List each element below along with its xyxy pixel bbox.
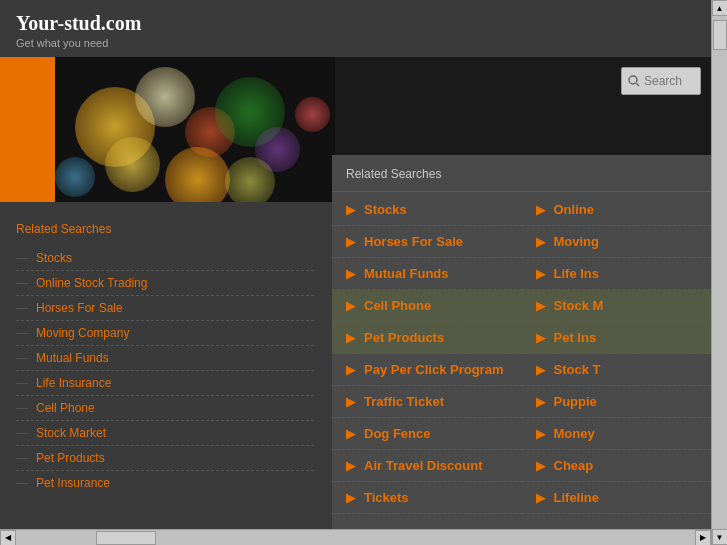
overlay-link[interactable]: Pet Products — [364, 330, 444, 345]
overlay-arrow-icon: ▶ — [346, 490, 356, 505]
arrow-icon: — — [16, 351, 28, 365]
overlay-arrow-icon: ▶ — [346, 298, 356, 313]
overlay-link[interactable]: Lifeline — [554, 490, 600, 505]
search-link[interactable]: Pet Products — [36, 451, 105, 465]
overlay-right-item[interactable]: ▶Stock T — [522, 354, 712, 386]
search-link[interactable]: Online Stock Trading — [36, 276, 147, 290]
overlay-link[interactable]: Cheap — [554, 458, 594, 473]
overlay-link[interactable]: Tickets — [364, 490, 409, 505]
overlay-link[interactable]: Online — [554, 202, 594, 217]
search-icon — [628, 75, 640, 87]
overlay-right-item[interactable]: ▶Stock M — [522, 290, 712, 322]
left-search-item[interactable]: —Cell Phone — [16, 396, 314, 421]
left-search-item[interactable]: —Online Stock Trading — [16, 271, 314, 296]
banner-search-box[interactable] — [621, 67, 701, 95]
search-link[interactable]: Cell Phone — [36, 401, 95, 415]
overlay-left-item[interactable]: ▶Pet Products — [332, 322, 522, 354]
overlay-link[interactable]: Moving — [554, 234, 600, 249]
overlay-left-item[interactable]: ▶Tickets — [332, 482, 522, 514]
overlay-link[interactable]: Stock T — [554, 362, 601, 377]
overlay-title: Related Searches — [332, 167, 711, 192]
left-search-item[interactable]: —Pet Products — [16, 446, 314, 471]
scrollbar-vertical[interactable]: ▲ ▼ — [711, 0, 727, 545]
header: Your-stud.com Get what you need — [0, 0, 711, 57]
overlay-link[interactable]: Pet Ins — [554, 330, 597, 345]
left-search-item[interactable]: —Life Insurance — [16, 371, 314, 396]
arrow-icon: — — [16, 476, 28, 490]
search-link[interactable]: Pet Insurance — [36, 476, 110, 490]
overlay-link[interactable]: Pay Per Click Program — [364, 362, 503, 377]
banner-orange-strip — [0, 57, 55, 202]
search-link[interactable]: Moving Company — [36, 326, 129, 340]
arrow-icon: — — [16, 251, 28, 265]
left-search-item[interactable]: —Moving Company — [16, 321, 314, 346]
overlay-arrow-icon: ▶ — [536, 266, 546, 281]
scrollbar-horizontal[interactable]: ◀ ▶ — [0, 529, 711, 545]
search-link[interactable]: Horses For Sale — [36, 301, 123, 315]
overlay-right-item[interactable]: ▶Moving — [522, 226, 712, 258]
arrow-icon: — — [16, 276, 28, 290]
left-panel: Related Searches —Stocks—Online Stock Tr… — [0, 210, 330, 529]
scroll-down-button[interactable]: ▼ — [712, 529, 728, 545]
overlay-right-item[interactable]: ▶Pet Ins — [522, 322, 712, 354]
overlay-left-item[interactable]: ▶Air Travel Discount — [332, 450, 522, 482]
scroll-right-button[interactable]: ▶ — [695, 530, 711, 546]
search-link[interactable]: Mutual Funds — [36, 351, 109, 365]
overlay-link[interactable]: Stock M — [554, 298, 604, 313]
arrow-icon: — — [16, 301, 28, 315]
overlay-right-item[interactable]: ▶Lifeline — [522, 482, 712, 514]
scroll-left-button[interactable]: ◀ — [0, 530, 16, 546]
search-link[interactable]: Stock Market — [36, 426, 106, 440]
overlay-link[interactable]: Stocks — [364, 202, 407, 217]
overlay-link[interactable]: Puppie — [554, 394, 597, 409]
overlay-right-item[interactable]: ▶Online — [522, 194, 712, 226]
overlay-arrow-icon: ▶ — [536, 330, 546, 345]
overlay-panel: Related Searches ▶Stocks▶Online▶Horses F… — [332, 155, 711, 529]
svg-line-1 — [637, 84, 640, 87]
overlay-left-item[interactable]: ▶Pay Per Click Program — [332, 354, 522, 386]
overlay-left-item[interactable]: ▶Horses For Sale — [332, 226, 522, 258]
overlay-left-item[interactable]: ▶Cell Phone — [332, 290, 522, 322]
arrow-icon: — — [16, 426, 28, 440]
overlay-link[interactable]: Cell Phone — [364, 298, 431, 313]
overlay-left-item[interactable]: ▶Stocks — [332, 194, 522, 226]
overlay-arrow-icon: ▶ — [346, 266, 356, 281]
overlay-right-item[interactable]: ▶Money — [522, 418, 712, 450]
left-panel-title: Related Searches — [16, 222, 314, 236]
overlay-arrow-icon: ▶ — [346, 362, 356, 377]
overlay-left-item[interactable]: ▶Mutual Funds — [332, 258, 522, 290]
overlay-arrow-icon: ▶ — [346, 458, 356, 473]
overlay-arrow-icon: ▶ — [536, 202, 546, 217]
overlay-arrow-icon: ▶ — [536, 234, 546, 249]
overlay-right-item[interactable]: ▶Puppie — [522, 386, 712, 418]
scroll-thumb-vertical[interactable] — [713, 20, 727, 50]
overlay-arrow-icon: ▶ — [346, 394, 356, 409]
scroll-thumb-horizontal[interactable] — [96, 531, 156, 545]
overlay-link[interactable]: Air Travel Discount — [364, 458, 482, 473]
search-link[interactable]: Life Insurance — [36, 376, 111, 390]
overlay-left-item[interactable]: ▶Traffic Ticket — [332, 386, 522, 418]
left-search-item[interactable]: —Pet Insurance — [16, 471, 314, 495]
left-search-item[interactable]: —Mutual Funds — [16, 346, 314, 371]
overlay-link[interactable]: Traffic Ticket — [364, 394, 444, 409]
overlay-arrow-icon: ▶ — [536, 298, 546, 313]
overlay-arrow-icon: ▶ — [346, 330, 356, 345]
left-search-item[interactable]: —Stocks — [16, 246, 314, 271]
left-search-item[interactable]: —Stock Market — [16, 421, 314, 446]
overlay-right-item[interactable]: ▶Cheap — [522, 450, 712, 482]
overlay-link[interactable]: Life Ins — [554, 266, 600, 281]
overlay-link[interactable]: Horses For Sale — [364, 234, 463, 249]
scroll-up-button[interactable]: ▲ — [712, 0, 728, 16]
search-link[interactable]: Stocks — [36, 251, 72, 265]
arrow-icon: — — [16, 376, 28, 390]
overlay-right-item[interactable]: ▶Life Ins — [522, 258, 712, 290]
overlay-link[interactable]: Money — [554, 426, 595, 441]
left-search-item[interactable]: —Horses For Sale — [16, 296, 314, 321]
overlay-link[interactable]: Dog Fence — [364, 426, 430, 441]
arrow-icon: — — [16, 326, 28, 340]
left-search-list: —Stocks—Online Stock Trading—Horses For … — [16, 246, 314, 495]
search-input[interactable] — [644, 74, 694, 88]
overlay-left-item[interactable]: ▶Dog Fence — [332, 418, 522, 450]
overlay-items-grid: ▶Stocks▶Online▶Horses For Sale▶Moving▶Mu… — [332, 194, 711, 514]
overlay-link[interactable]: Mutual Funds — [364, 266, 449, 281]
